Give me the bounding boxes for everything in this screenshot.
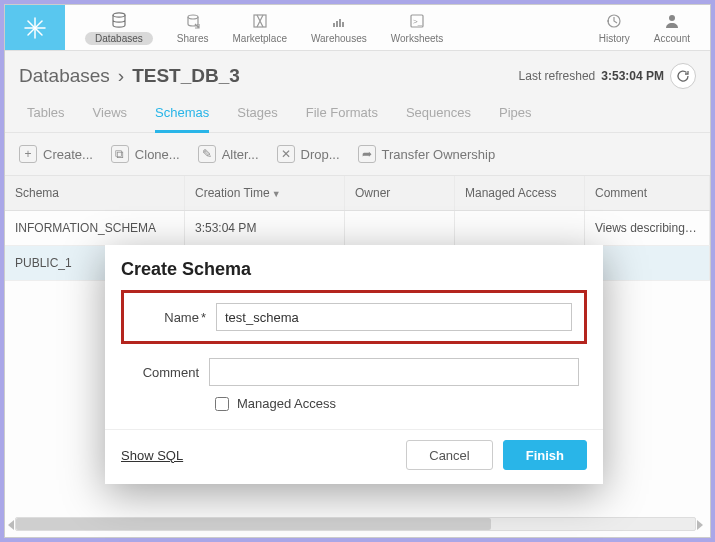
nav-items: Databases Shares Marketplace Warehouses …	[65, 5, 710, 50]
svg-rect-9	[339, 19, 341, 27]
managed-access-label: Managed Access	[237, 396, 336, 411]
managed-access-checkbox[interactable]: Managed Access	[215, 396, 336, 411]
nav-account[interactable]: Account	[648, 9, 696, 46]
last-refreshed-time: 3:53:04 PM	[601, 69, 664, 83]
breadcrumb-root[interactable]: Databases	[19, 65, 110, 87]
create-schema-modal: Create Schema Name Comment Managed Acces…	[105, 245, 603, 484]
comment-label: Comment	[129, 365, 199, 380]
last-refreshed-label: Last refreshed	[519, 69, 596, 83]
tab-pipes[interactable]: Pipes	[499, 105, 532, 132]
breadcrumb-current: TEST_DB_3	[132, 65, 240, 87]
worksheet-icon: >_	[408, 12, 426, 30]
tab-file-formats[interactable]: File Formats	[306, 105, 378, 132]
finish-button[interactable]: Finish	[503, 440, 587, 470]
nav-history[interactable]: History	[593, 9, 636, 46]
nav-label: Databases	[85, 32, 153, 45]
top-nav: Databases Shares Marketplace Warehouses …	[5, 5, 710, 51]
nav-warehouses[interactable]: Warehouses	[305, 9, 373, 46]
nav-label: Shares	[177, 33, 209, 44]
transfer-label: Transfer Ownership	[382, 147, 496, 162]
create-button[interactable]: + Create...	[19, 145, 93, 163]
svg-rect-8	[336, 21, 338, 27]
cell-schema: INFORMATION_SCHEMA	[5, 211, 185, 245]
transfer-ownership-button[interactable]: ➦ Transfer Ownership	[358, 145, 496, 163]
col-creation-time[interactable]: Creation Time▼	[185, 176, 345, 210]
account-icon	[663, 12, 681, 30]
nav-label: Marketplace	[233, 33, 287, 44]
tab-schemas[interactable]: Schemas	[155, 105, 209, 133]
modal-footer: Show SQL Cancel Finish	[105, 440, 603, 470]
drop-button[interactable]: ✕ Drop...	[277, 145, 340, 163]
nav-label: Worksheets	[391, 33, 444, 44]
modal-title: Create Schema	[105, 259, 603, 290]
cell-managed-access	[455, 211, 585, 245]
svg-rect-7	[333, 23, 335, 27]
transfer-icon: ➦	[358, 145, 376, 163]
table-header: Schema Creation Time▼ Owner Managed Acce…	[5, 176, 710, 211]
show-sql-link[interactable]: Show SQL	[121, 448, 183, 463]
nav-marketplace[interactable]: Marketplace	[227, 9, 293, 46]
svg-point-5	[188, 15, 198, 19]
plus-icon: +	[19, 145, 37, 163]
cell-comment	[585, 246, 710, 280]
clone-icon: ⧉	[111, 145, 129, 163]
tabs: Tables Views Schemas Stages File Formats…	[5, 97, 710, 133]
svg-text:>_: >_	[413, 17, 423, 26]
sort-desc-icon: ▼	[272, 189, 281, 199]
cell-owner	[345, 211, 455, 245]
snowflake-icon	[23, 16, 47, 40]
horizontal-scrollbar[interactable]	[15, 517, 696, 531]
scrollbar-thumb[interactable]	[16, 518, 491, 530]
cancel-button[interactable]: Cancel	[406, 440, 492, 470]
breadcrumb: Databases › TEST_DB_3	[19, 65, 240, 87]
svg-point-4	[113, 13, 125, 17]
history-icon	[605, 12, 623, 30]
tab-sequences[interactable]: Sequences	[406, 105, 471, 132]
cell-comment: Views describing the ...	[585, 211, 710, 245]
alter-label: Alter...	[222, 147, 259, 162]
nav-label: Account	[654, 33, 690, 44]
marketplace-icon	[251, 12, 269, 30]
warehouse-icon	[330, 12, 348, 30]
cell-creation-time: 3:53:04 PM	[185, 211, 345, 245]
tab-tables[interactable]: Tables	[27, 105, 65, 132]
svg-point-14	[669, 15, 675, 21]
tab-stages[interactable]: Stages	[237, 105, 277, 132]
col-owner[interactable]: Owner	[345, 176, 455, 210]
edit-icon: ✎	[198, 145, 216, 163]
svg-rect-10	[342, 22, 344, 27]
name-input[interactable]	[216, 303, 572, 331]
name-field-highlight: Name	[121, 290, 587, 344]
col-managed-access[interactable]: Managed Access	[455, 176, 585, 210]
nav-databases[interactable]: Databases	[79, 8, 159, 47]
col-comment[interactable]: Comment	[585, 176, 710, 210]
drop-icon: ✕	[277, 145, 295, 163]
toolbar: + Create... ⧉ Clone... ✎ Alter... ✕ Drop…	[5, 133, 710, 176]
nav-worksheets[interactable]: >_ Worksheets	[385, 9, 450, 46]
create-label: Create...	[43, 147, 93, 162]
name-label: Name	[136, 310, 206, 325]
refresh-button[interactable]	[670, 63, 696, 89]
shares-icon	[184, 12, 202, 30]
modal-separator	[105, 429, 603, 430]
tab-views[interactable]: Views	[93, 105, 127, 132]
nav-label: History	[599, 33, 630, 44]
snowflake-logo[interactable]	[5, 5, 65, 50]
breadcrumb-sep: ›	[118, 65, 124, 87]
clone-label: Clone...	[135, 147, 180, 162]
nav-label: Warehouses	[311, 33, 367, 44]
clone-button[interactable]: ⧉ Clone...	[111, 145, 180, 163]
comment-input[interactable]	[209, 358, 579, 386]
refresh-icon	[676, 69, 690, 83]
nav-shares[interactable]: Shares	[171, 9, 215, 46]
database-icon	[110, 11, 128, 29]
drop-label: Drop...	[301, 147, 340, 162]
page-header: Databases › TEST_DB_3 Last refreshed 3:5…	[5, 51, 710, 97]
table-row[interactable]: INFORMATION_SCHEMA 3:53:04 PM Views desc…	[5, 211, 710, 246]
alter-button[interactable]: ✎ Alter...	[198, 145, 259, 163]
managed-access-input[interactable]	[215, 397, 229, 411]
col-schema[interactable]: Schema	[5, 176, 185, 210]
